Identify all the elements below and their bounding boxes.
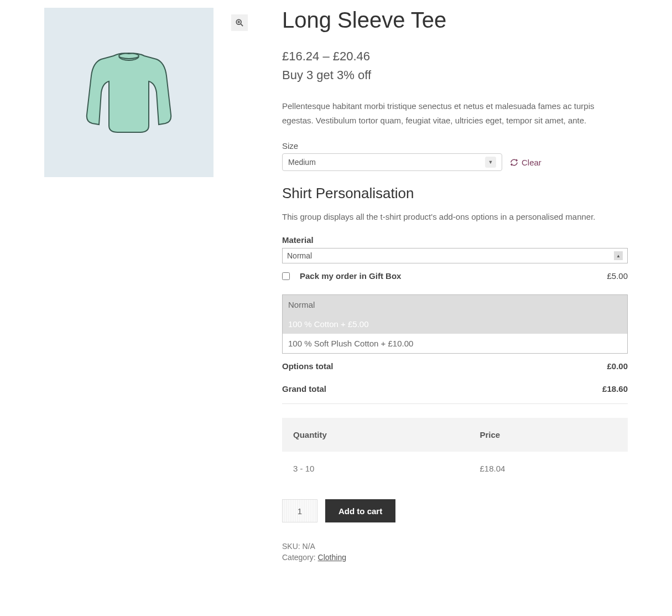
giftbox-price: £5.00 [607, 271, 628, 281]
chevron-up-icon: ▲ [614, 251, 623, 260]
grand-total-value: £18.60 [602, 384, 628, 394]
offer-text: Buy 3 get 3% off [282, 68, 628, 82]
category-link[interactable]: Clothing [318, 553, 346, 562]
options-total-value: £0.00 [607, 361, 628, 371]
giftbox-checkbox[interactable] [282, 272, 290, 280]
refresh-icon [510, 158, 518, 167]
product-title: Long Sleeve Tee [282, 8, 628, 33]
material-select[interactable]: Normal ▲ [282, 248, 628, 263]
material-dropdown: Normal 100 % Cotton + £5.00 100 % Soft P… [282, 294, 628, 354]
clear-button[interactable]: Clear [510, 158, 541, 167]
table-row: 3 - 10 £18.04 [282, 452, 628, 485]
options-total-label: Options total [282, 361, 334, 371]
giftbox-label: Pack my order in Gift Box [300, 271, 607, 281]
size-select[interactable]: Medium ▼ [282, 153, 502, 171]
size-label: Size [282, 141, 628, 151]
quantity-price-table: Quantity Price 3 - 10 £18.04 [282, 418, 628, 485]
clear-label: Clear [522, 158, 541, 167]
sku-meta: SKU: N/A [282, 542, 628, 551]
product-image[interactable] [44, 8, 213, 177]
add-to-cart-button[interactable]: Add to cart [325, 499, 395, 522]
chevron-down-icon: ▼ [485, 157, 496, 168]
product-description: Pellentesque habitant morbi tristique se… [282, 99, 628, 127]
price-cell: £18.04 [469, 452, 628, 485]
personalisation-heading: Shirt Personalisation [282, 185, 628, 202]
grand-total-label: Grand total [282, 384, 326, 394]
zoom-icon[interactable] [231, 14, 248, 31]
price-header: Price [469, 418, 628, 452]
product-gallery [44, 8, 254, 564]
qty-header: Quantity [282, 418, 469, 452]
material-label: Material [282, 235, 628, 245]
material-option[interactable]: Normal [283, 295, 627, 314]
personalisation-description: This group displays all the t-shirt prod… [282, 212, 628, 221]
svg-line-2 [241, 24, 243, 26]
qty-cell: 3 - 10 [282, 452, 469, 485]
price-range: £16.24 – £20.46 [282, 49, 628, 64]
quantity-input[interactable] [282, 499, 317, 522]
material-selected-value: Normal [287, 251, 312, 260]
category-meta: Category: Clothing [282, 553, 628, 562]
material-option[interactable]: 100 % Cotton + £5.00 [283, 314, 627, 334]
material-option[interactable]: 100 % Soft Plush Cotton + £10.00 [283, 334, 627, 353]
size-selected-value: Medium [288, 158, 316, 167]
tshirt-illustration [74, 37, 184, 148]
